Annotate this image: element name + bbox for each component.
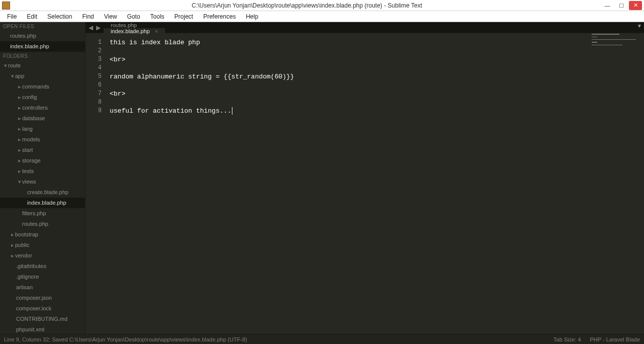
code-line[interactable]: useful for activation things... — [110, 107, 644, 115]
code-line[interactable] — [110, 47, 644, 55]
code-line[interactable] — [110, 64, 644, 72]
tab-nav-arrows: ◀ ▶ — [86, 22, 104, 33]
disclosure-arrow-icon[interactable]: ▸ — [17, 82, 22, 91]
disclosure-arrow-icon[interactable]: ▸ — [10, 251, 15, 260]
status-syntax[interactable]: PHP - Laravel Blade — [590, 336, 640, 342]
tree-item-label: composer.lock — [16, 305, 51, 311]
tree-item-label: start — [22, 147, 33, 153]
code-content[interactable]: this is index blade php<br>random alphan… — [107, 33, 644, 334]
tree-item-label: controllers — [22, 105, 48, 111]
tree-item-label: config — [22, 94, 37, 100]
code-line[interactable]: random alphanumeric string = {{str_rando… — [110, 72, 644, 81]
disclosure-arrow-icon[interactable]: ▸ — [17, 135, 22, 144]
line-number: 1 — [86, 38, 102, 47]
tree-item-start[interactable]: ▸start — [0, 145, 85, 155]
tree-item-tests[interactable]: ▸tests — [0, 166, 85, 177]
maximize-button[interactable]: ▢ — [615, 1, 628, 10]
tree-item-composer-json[interactable]: composer.json — [0, 293, 85, 303]
line-number: 3 — [86, 55, 102, 64]
tree-item-label: index.blade.php — [27, 200, 66, 206]
menu-preferences[interactable]: Preferences — [198, 12, 241, 21]
menu-find[interactable]: Find — [77, 12, 99, 21]
disclosure-arrow-icon[interactable]: ▸ — [17, 104, 22, 112]
tree-item-phpunit-xml[interactable]: phpunit.xml — [0, 324, 85, 334]
nav-back-icon[interactable]: ◀ — [89, 24, 93, 31]
code-line[interactable]: this is index blade php — [110, 38, 644, 47]
disclosure-arrow-icon[interactable]: ▸ — [10, 230, 15, 239]
tree-item-route[interactable]: ▾route — [0, 60, 85, 71]
disclosure-arrow-icon[interactable]: ▸ — [17, 167, 22, 176]
disclosure-arrow-icon[interactable]: ▸ — [17, 93, 22, 102]
disclosure-arrow-icon[interactable]: ▸ — [17, 146, 22, 154]
code-line[interactable]: <br> — [110, 55, 644, 64]
tree-item-storage[interactable]: ▸storage — [0, 155, 85, 166]
tree-item-public[interactable]: ▸public — [0, 240, 85, 250]
tree-item--gitattributes[interactable]: .gitattributes — [0, 261, 85, 272]
open-file-index-blade-php[interactable]: index.blade.php — [0, 41, 85, 52]
menu-tools[interactable]: Tools — [145, 12, 170, 21]
tree-item-label: .gitignore — [16, 274, 39, 280]
tree-item-label: artisan — [16, 284, 33, 290]
nav-forward-icon[interactable]: ▶ — [96, 24, 101, 31]
tab-dropdown-icon[interactable]: ▼ — [637, 23, 642, 29]
minimap[interactable] — [589, 33, 644, 78]
tree-item-vendor[interactable]: ▸vendor — [0, 250, 85, 261]
menu-goto[interactable]: Goto — [122, 12, 145, 21]
tree-item-create-blade-php[interactable]: create.blade.php — [0, 187, 85, 198]
code-line[interactable] — [110, 81, 644, 90]
close-button[interactable]: ✕ — [629, 1, 642, 10]
tree-item-bootstrap[interactable]: ▸bootstrap — [0, 229, 85, 240]
tree-item-artisan[interactable]: artisan — [0, 282, 85, 293]
status-left: Line 9, Column 32; Saved C:\Users\Arjun … — [4, 336, 247, 342]
tree-item-CONTRIBUTING-md[interactable]: CONTRIBUTING.md — [0, 314, 85, 324]
app-icon — [2, 2, 10, 10]
code-line[interactable]: <br> — [110, 90, 644, 98]
menu-project[interactable]: Project — [170, 12, 198, 21]
minimize-button[interactable]: — — [601, 1, 614, 10]
disclosure-arrow-icon[interactable]: ▸ — [17, 114, 22, 123]
disclosure-arrow-icon[interactable]: ▾ — [10, 72, 15, 80]
tree-item-label: filters.php — [22, 210, 46, 216]
line-number: 6 — [86, 81, 102, 90]
tree-item-config[interactable]: ▸config — [0, 92, 85, 103]
tree-item-controllers[interactable]: ▸controllers — [0, 103, 85, 113]
text-cursor — [232, 107, 232, 115]
line-number: 2 — [86, 47, 102, 55]
code-line[interactable] — [110, 98, 644, 107]
status-tab-size[interactable]: Tab Size: 4 — [553, 336, 581, 342]
tree-item-label: database — [22, 115, 45, 121]
open-file-routes-php[interactable]: routes.php — [0, 31, 85, 41]
code-editor[interactable]: 123456789 this is index blade php<br>ran… — [86, 33, 644, 334]
tree-item-models[interactable]: ▸models — [0, 134, 85, 145]
disclosure-arrow-icon[interactable]: ▸ — [17, 156, 22, 165]
menu-selection[interactable]: Selection — [42, 12, 77, 21]
folders-header: FOLDERS — [0, 52, 85, 60]
disclosure-arrow-icon[interactable]: ▸ — [17, 125, 22, 133]
tree-item-database[interactable]: ▸database — [0, 113, 85, 124]
tab-routes-php[interactable]: routes.php — [104, 22, 165, 28]
tree-item-views[interactable]: ▾views — [0, 177, 85, 187]
window-title: C:\Users\Arjun Yonjan\Desktop\route\app\… — [14, 2, 600, 9]
menu-bar: FileEditSelectionFindViewGotoToolsProjec… — [0, 11, 644, 22]
tree-item-lang[interactable]: ▸lang — [0, 124, 85, 134]
disclosure-arrow-icon[interactable]: ▾ — [17, 178, 22, 186]
tree-item-index-blade-php[interactable]: index.blade.php — [0, 198, 85, 208]
main-area: OPEN FILES routes.phpindex.blade.php FOL… — [0, 22, 644, 334]
sidebar: OPEN FILES routes.phpindex.blade.php FOL… — [0, 22, 86, 334]
tree-item-composer-lock[interactable]: composer.lock — [0, 303, 85, 314]
tree-item-label: composer.json — [16, 295, 52, 301]
disclosure-arrow-icon[interactable]: ▸ — [10, 241, 15, 249]
menu-help[interactable]: Help — [241, 12, 264, 21]
tree-item-routes-php[interactable]: routes.php — [0, 219, 85, 229]
status-bar: Line 9, Column 32; Saved C:\Users\Arjun … — [0, 334, 644, 344]
tree-item-filters-php[interactable]: filters.php — [0, 208, 85, 219]
menu-edit[interactable]: Edit — [22, 12, 42, 21]
tree-item-app[interactable]: ▾app — [0, 71, 85, 81]
tree-item-label: public — [15, 242, 30, 248]
menu-file[interactable]: File — [2, 12, 22, 21]
disclosure-arrow-icon[interactable]: ▾ — [3, 61, 8, 70]
menu-view[interactable]: View — [99, 12, 122, 21]
tree-item-commands[interactable]: ▸commands — [0, 81, 85, 92]
tree-item--gitignore[interactable]: .gitignore — [0, 272, 85, 282]
title-bar: C:\Users\Arjun Yonjan\Desktop\route\app\… — [0, 0, 644, 11]
